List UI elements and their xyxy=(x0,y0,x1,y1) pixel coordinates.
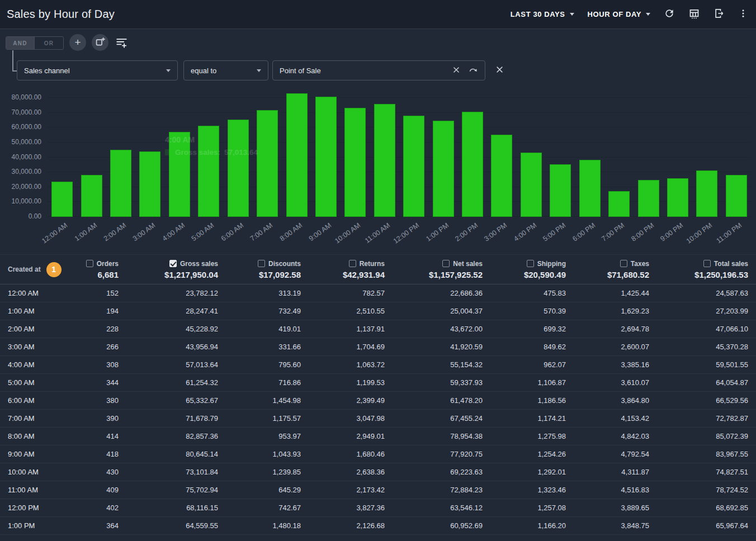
gross-sales-bar[interactable] xyxy=(228,120,249,217)
remove-filter-button[interactable] xyxy=(492,63,507,78)
bar-slot xyxy=(517,89,546,217)
table-cell: 78,724.52 xyxy=(649,486,748,494)
gross-sales-bar[interactable] xyxy=(403,116,424,217)
checkbox-icon[interactable] xyxy=(258,260,265,267)
column-toggle[interactable]: Gross sales xyxy=(169,260,218,268)
table-cell: 4,516.83 xyxy=(566,486,649,494)
gross-sales-bar[interactable] xyxy=(344,108,366,217)
filter-operator-select[interactable]: equal to xyxy=(183,60,268,80)
table-cell: 83,967.55 xyxy=(649,450,748,458)
add-filter-button[interactable]: + xyxy=(69,34,86,51)
refresh-button[interactable] xyxy=(664,8,675,21)
table-row[interactable]: 9:00 AM41880,645.141,043.931,680.4677,92… xyxy=(0,445,756,463)
table-cell: 72,782.87 xyxy=(649,414,748,423)
gross-sales-bar[interactable] xyxy=(726,175,747,217)
group-count-badge: 1 xyxy=(46,262,62,277)
table-cell: 4,311.87 xyxy=(566,468,649,476)
table-row[interactable]: 2:00 AM22845,228.92419.011,137.9143,672.… xyxy=(0,320,756,338)
table-row[interactable]: 1:00 AM19428,247.41732.492,510.5525,004.… xyxy=(0,302,756,320)
gross-sales-bar[interactable] xyxy=(198,126,219,217)
gross-sales-bar[interactable] xyxy=(667,178,688,217)
chevron-down-icon xyxy=(257,69,261,72)
gross-sales-bar[interactable] xyxy=(110,150,131,217)
gross-sales-bar[interactable] xyxy=(550,164,571,217)
column-header-discounts: Discounts$17,092.58 xyxy=(218,260,301,279)
filter-value-input[interactable]: Point of Sale xyxy=(272,60,485,80)
table-row[interactable]: 2:00 PM34270,714.32749.542,458.4768,006.… xyxy=(0,535,756,541)
column-total: 6,681 xyxy=(97,270,119,279)
table-row[interactable]: 6:00 AM38065,332.671,454.982,399.4961,47… xyxy=(0,392,756,410)
bar-slot xyxy=(546,89,575,217)
filter-field-select[interactable]: Sales channel xyxy=(17,60,178,80)
table-cell: 716.86 xyxy=(218,378,301,387)
or-toggle[interactable]: OR xyxy=(35,37,63,49)
gross-sales-bar[interactable] xyxy=(491,135,512,217)
table-cell: 74,827.51 xyxy=(649,468,748,476)
and-toggle[interactable]: AND xyxy=(6,37,35,49)
gross-sales-bar[interactable] xyxy=(608,191,630,217)
table-row[interactable]: 3:00 AM26643,956.94331.661,704.6941,920.… xyxy=(0,338,756,356)
table-row[interactable]: 5:00 AM34461,254.32716.861,199.5359,337.… xyxy=(0,374,756,392)
table-row[interactable]: 12:00 PM40268,116.15742.673,827.3663,546… xyxy=(0,499,756,517)
column-total: $1,157,925.52 xyxy=(429,270,483,279)
table-cell: 77,920.75 xyxy=(385,450,483,458)
checkbox-icon[interactable] xyxy=(349,260,356,267)
column-toggle[interactable]: Discounts xyxy=(258,260,301,268)
checkbox-checked-icon[interactable] xyxy=(169,260,177,267)
table-cell: 2,949.01 xyxy=(301,432,385,440)
clear-value-button[interactable] xyxy=(452,66,460,75)
column-label: Returns xyxy=(360,260,385,268)
checkbox-icon[interactable] xyxy=(527,260,534,267)
checkbox-icon[interactable] xyxy=(442,260,450,267)
checkbox-icon[interactable] xyxy=(703,260,711,267)
gross-sales-bar[interactable] xyxy=(139,151,160,217)
gross-sales-bar[interactable] xyxy=(81,175,102,217)
checkbox-icon[interactable] xyxy=(86,260,93,267)
table-view-button[interactable] xyxy=(688,8,700,21)
x-axis-tick-label: 11:00 AM xyxy=(363,221,391,245)
date-range-button[interactable]: LAST 30 DAYS xyxy=(511,10,574,18)
gross-sales-bar[interactable] xyxy=(286,93,308,217)
gross-sales-bar[interactable] xyxy=(638,180,659,217)
row-hour-label: 5:00 AM xyxy=(8,378,64,387)
checkbox-icon[interactable] xyxy=(620,260,627,267)
column-toggle[interactable]: Net sales xyxy=(442,260,483,268)
gross-sales-bar[interactable] xyxy=(315,97,337,217)
column-toggle[interactable]: Shipping xyxy=(527,260,566,268)
redo-value-button[interactable] xyxy=(468,65,478,76)
row-hour-label: 3:00 AM xyxy=(8,343,64,351)
gross-sales-bar[interactable] xyxy=(521,153,542,217)
add-group-button[interactable] xyxy=(92,34,108,51)
table-row[interactable]: 1:00 PM36464,559.551,480.182,126.6860,95… xyxy=(0,517,756,535)
table-row[interactable]: 12:00 AM15223,782.12313.19782.5722,686.3… xyxy=(0,284,756,302)
created-at-header[interactable]: Created at 1 xyxy=(8,262,64,277)
group-by-button[interactable]: HOUR OF DAY xyxy=(588,10,650,18)
gross-sales-bar[interactable] xyxy=(169,132,190,217)
table-row[interactable]: 10:00 AM43073,101.841,239.852,638.3669,2… xyxy=(0,463,756,481)
gross-sales-bar[interactable] xyxy=(374,104,395,217)
table-cell: 308 xyxy=(64,360,119,369)
table-row[interactable]: 4:00 AM30857,013.64795.601,063.7255,154.… xyxy=(0,356,756,374)
table-row[interactable]: 7:00 AM39071,678.791,175.573,047.9867,45… xyxy=(0,410,756,428)
bar-slot xyxy=(604,89,634,217)
x-axis-tick-label: 11:00 PM xyxy=(715,221,743,245)
table-row[interactable]: 11:00 AM40975,702.94645.292,173.4272,884… xyxy=(0,481,756,499)
gross-sales-bar[interactable] xyxy=(462,112,483,217)
column-toggle[interactable]: Total sales xyxy=(703,260,748,268)
add-condition-button[interactable] xyxy=(115,37,128,51)
table-row[interactable]: 8:00 AM41482,857.36953.972,949.0178,954.… xyxy=(0,428,756,445)
column-toggle[interactable]: Orders xyxy=(86,260,119,268)
column-toggle[interactable]: Returns xyxy=(349,260,385,268)
export-button[interactable] xyxy=(714,8,725,21)
gross-sales-bar[interactable] xyxy=(51,182,73,217)
gross-sales-bar[interactable] xyxy=(579,160,601,217)
column-toggle[interactable]: Taxes xyxy=(620,260,649,268)
table-cell: 1,275.98 xyxy=(483,432,566,440)
menu-button[interactable] xyxy=(738,8,748,21)
table-icon xyxy=(688,8,700,21)
gross-sales-bar[interactable] xyxy=(433,121,454,217)
table-cell: 699.32 xyxy=(483,325,566,333)
gross-sales-bar[interactable] xyxy=(257,110,278,217)
table-cell: 68,116.15 xyxy=(119,504,218,512)
gross-sales-bar[interactable] xyxy=(696,170,717,217)
